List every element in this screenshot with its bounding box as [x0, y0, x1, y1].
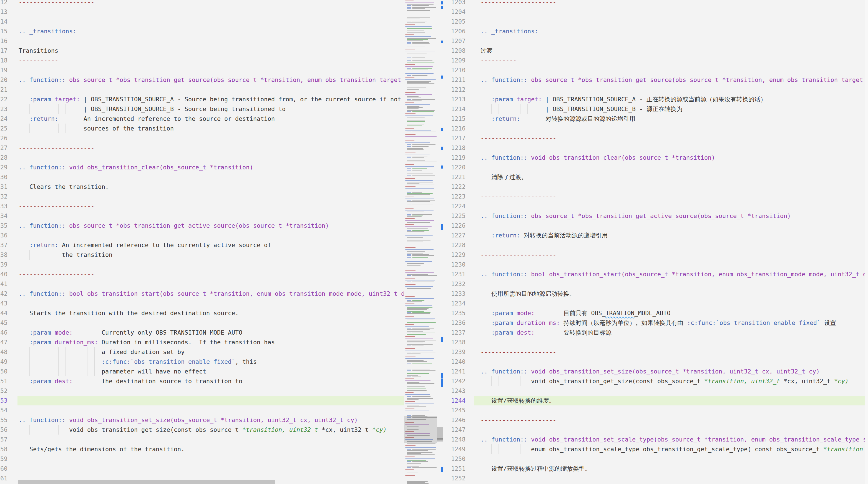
- code-line[interactable]: [19, 405, 404, 415]
- code-line[interactable]: [19, 65, 404, 75]
- code-line[interactable]: ---------------------: [19, 0, 404, 7]
- line-number[interactable]: 1248: [445, 434, 466, 444]
- code-line[interactable]: :param mode: Currently only OBS_TRANSITI…: [19, 328, 404, 337]
- line-number[interactable]: 1211: [445, 75, 466, 85]
- code-line[interactable]: ---------------------: [19, 201, 404, 211]
- line-number[interactable]: 1247: [445, 425, 466, 434]
- line-number[interactable]: 26: [0, 133, 7, 143]
- line-number[interactable]: 31: [0, 182, 7, 191]
- code-line[interactable]: [19, 211, 404, 221]
- code-line[interactable]: [480, 143, 865, 153]
- code-line[interactable]: [480, 357, 865, 367]
- code-line[interactable]: ---------------------: [19, 464, 404, 474]
- line-number[interactable]: 33: [0, 201, 7, 211]
- code-line[interactable]: parameter will have no effect: [19, 367, 404, 376]
- line-number[interactable]: 1234: [445, 299, 466, 308]
- code-line[interactable]: :c:func:`obs_transition_enable_fixed`, t…: [19, 357, 404, 367]
- code-line[interactable]: .. function:: obs_source_t *obs_transiti…: [19, 221, 404, 231]
- code-line[interactable]: [480, 36, 865, 46]
- code-line[interactable]: .. function:: obs_source_t *obs_transiti…: [480, 211, 865, 221]
- code-line[interactable]: :param duration_ms: Duration in millisec…: [19, 337, 404, 347]
- code-line[interactable]: [480, 386, 865, 396]
- code-line[interactable]: [19, 17, 404, 26]
- line-number[interactable]: 1209: [445, 56, 466, 65]
- code-line[interactable]: [19, 133, 404, 143]
- line-number[interactable]: 43: [0, 299, 7, 308]
- code-line[interactable]: .. function:: void obs_transition_set_si…: [19, 415, 404, 425]
- code-line[interactable]: 使用所需的目的地源启动转换。: [480, 289, 865, 299]
- code-line[interactable]: [480, 260, 865, 269]
- line-number[interactable]: 1235: [445, 308, 466, 318]
- line-number[interactable]: 27: [0, 143, 7, 153]
- vertical-scrollbar[interactable]: [437, 0, 444, 484]
- line-number[interactable]: 56: [0, 425, 7, 434]
- line-number[interactable]: 1217: [445, 133, 466, 143]
- line-number[interactable]: 54: [0, 405, 7, 415]
- line-number[interactable]: 45: [0, 318, 7, 328]
- code-line[interactable]: [480, 454, 865, 464]
- line-number[interactable]: 1224: [445, 201, 466, 211]
- line-number[interactable]: 1249: [445, 444, 466, 454]
- code-line[interactable]: .. _transitions:: [480, 26, 865, 36]
- code-line[interactable]: [480, 405, 865, 415]
- line-number[interactable]: 12: [0, 0, 7, 7]
- line-number[interactable]: 34: [0, 211, 7, 221]
- code-line[interactable]: [19, 386, 404, 396]
- code-line[interactable]: 过渡: [480, 46, 865, 56]
- code-line[interactable]: [480, 425, 865, 434]
- line-number[interactable]: 20: [0, 75, 7, 85]
- line-number[interactable]: 29: [0, 162, 7, 172]
- line-number[interactable]: 1241: [445, 367, 466, 376]
- line-number[interactable]: 1238: [445, 337, 466, 347]
- line-number[interactable]: 38: [0, 250, 7, 260]
- code-line[interactable]: .. function:: obs_source_t *obs_transiti…: [480, 75, 865, 85]
- horizontal-scrollbar-thumb[interactable]: [18, 480, 275, 484]
- code-line[interactable]: ---------------------: [19, 143, 404, 153]
- line-number[interactable]: 1227: [445, 231, 466, 240]
- code-line[interactable]: void obs_transition_get_size(const obs_s…: [19, 425, 404, 434]
- line-number[interactable]: 1221: [445, 172, 466, 182]
- line-number[interactable]: 1203: [445, 0, 466, 7]
- editor-pane-chinese[interactable]: 1203---------------------120412051206.. …: [445, 0, 865, 484]
- code-line[interactable]: ---------------------: [19, 396, 404, 405]
- code-line[interactable]: ----------: [480, 56, 865, 65]
- code-line[interactable]: [480, 182, 865, 191]
- code-line[interactable]: [480, 279, 865, 289]
- code-line[interactable]: :return: 对转换的当前活动源的递增引用: [480, 231, 865, 240]
- code-line[interactable]: ---------------------: [480, 347, 865, 357]
- line-number[interactable]: 1233: [445, 289, 466, 299]
- code-line[interactable]: ---------------------: [480, 0, 865, 7]
- line-number[interactable]: 1210: [445, 65, 466, 75]
- minimap-slider[interactable]: [404, 416, 437, 443]
- code-line[interactable]: :param dest: The destination source to t…: [19, 376, 404, 386]
- code-line[interactable]: :param dest: 要转换到的目标源: [480, 328, 865, 337]
- line-number[interactable]: 21: [0, 85, 7, 94]
- line-number[interactable]: 1206: [445, 26, 466, 36]
- line-number[interactable]: 1228: [445, 240, 466, 250]
- code-line[interactable]: :return: 对转换的源源或目的源的递增引用: [480, 114, 865, 124]
- code-line[interactable]: [19, 191, 404, 201]
- code-line[interactable]: 设置/获取转换过程中源的缩放类型。: [480, 464, 865, 474]
- code-line[interactable]: ---------------------: [480, 250, 865, 260]
- code-line[interactable]: enum obs_transition_scale_type obs_trans…: [480, 444, 865, 454]
- code-line[interactable]: [480, 7, 865, 17]
- line-number[interactable]: 1207: [445, 36, 466, 46]
- code-line[interactable]: :param target: | OBS_TRANSITION_SOURCE_A…: [480, 94, 865, 104]
- code-line[interactable]: [480, 221, 865, 231]
- code-line[interactable]: Sets/gets the dimensions of the transiti…: [19, 444, 404, 454]
- line-number[interactable]: 40: [0, 269, 7, 279]
- line-number[interactable]: 1215: [445, 114, 466, 124]
- line-number[interactable]: 51: [0, 376, 7, 386]
- code-line[interactable]: ---------------------: [19, 269, 404, 279]
- code-line[interactable]: | OBS_TRANSITION_SOURCE_B - Source being…: [19, 104, 404, 114]
- line-number[interactable]: 19: [0, 65, 7, 75]
- code-line[interactable]: .. _transitions:: [19, 26, 404, 36]
- code-line[interactable]: [19, 318, 404, 328]
- line-number[interactable]: 57: [0, 434, 7, 444]
- line-number[interactable]: 36: [0, 231, 7, 240]
- code-line[interactable]: [480, 124, 865, 133]
- line-number[interactable]: 52: [0, 386, 7, 396]
- code-line[interactable]: :return: An incremented reference to the…: [19, 114, 404, 124]
- code-line[interactable]: [19, 7, 404, 17]
- code-line[interactable]: [480, 17, 865, 26]
